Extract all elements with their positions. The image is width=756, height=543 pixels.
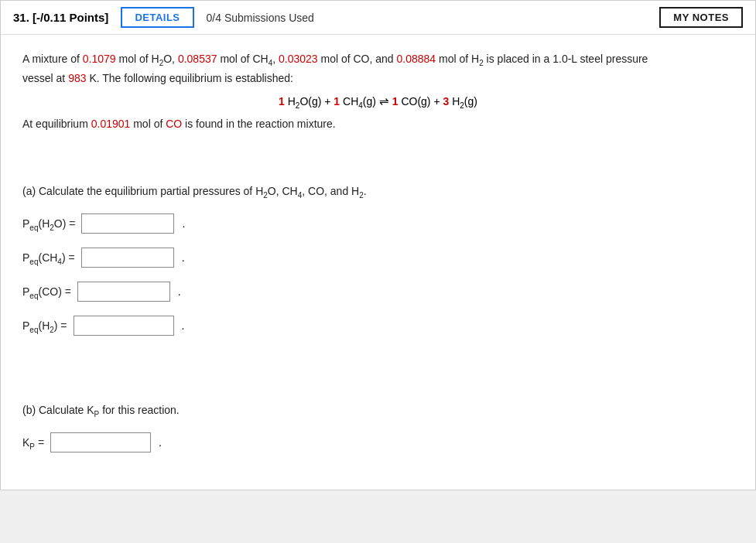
ch4-mol: 0.08537 bbox=[178, 53, 217, 65]
h2o-label: Peq(H2O) = bbox=[22, 217, 75, 232]
part-b-question: (b) Calculate KP for this reaction. bbox=[22, 404, 734, 418]
h2-answer-input[interactable] bbox=[74, 316, 174, 336]
co-label: CO bbox=[166, 118, 182, 130]
header-bar: 31. [-/0.11 Points] DETAILS 0/4 Submissi… bbox=[1, 1, 755, 35]
h2-input-row: Peq(H2) = . bbox=[22, 316, 734, 336]
ch4-dot: . bbox=[182, 251, 185, 264]
kp-answer-input[interactable] bbox=[50, 432, 151, 452]
h2-dot: . bbox=[182, 319, 185, 332]
page-container: 31. [-/0.11 Points] DETAILS 0/4 Submissi… bbox=[0, 0, 756, 490]
kp-input-row: KP = . bbox=[22, 432, 734, 452]
h2-label: Peq(H2) = bbox=[22, 319, 67, 334]
ch4-label: Peq(CH4) = bbox=[22, 251, 75, 266]
co-label: Peq(CO) = bbox=[22, 285, 71, 300]
h2-mol: 0.08884 bbox=[397, 53, 436, 65]
h2o-answer-input[interactable] bbox=[81, 213, 174, 234]
eq-co-mol: 0.01901 bbox=[91, 118, 131, 130]
ch4-answer-input[interactable] bbox=[81, 248, 174, 268]
h2o-mol: 0.1079 bbox=[83, 53, 116, 65]
ch4-input-row: Peq(CH4) = . bbox=[22, 248, 734, 268]
temp: 983 bbox=[68, 72, 86, 84]
co-mol: 0.03023 bbox=[279, 53, 318, 65]
submissions-text: 0/4 Submissions Used bbox=[207, 12, 648, 24]
details-button[interactable]: DETAILS bbox=[121, 7, 193, 28]
co-input-row: Peq(CO) = . bbox=[22, 282, 734, 302]
h2o-dot: . bbox=[182, 217, 185, 230]
problem-statement: A mixture of 0.1079 mol of H2O, 0.08537 … bbox=[22, 50, 734, 88]
my-notes-button[interactable]: MY NOTES bbox=[659, 7, 743, 28]
co-dot: . bbox=[178, 285, 181, 298]
equilibrium-note: At equilibrium 0.01901 mol of CO is foun… bbox=[22, 115, 734, 134]
equilibrium-equation: 1 H2O(g) + 1 CH4(g) ⇌ 1 CO(g) + 3 H2(g) bbox=[22, 94, 734, 110]
kp-dot: . bbox=[159, 436, 162, 449]
part-a-question: (a) Calculate the equilibrium partial pr… bbox=[22, 185, 734, 200]
h2o-input-row: Peq(H2O) = . bbox=[22, 213, 734, 234]
kp-label: KP = bbox=[22, 436, 44, 451]
content-area: A mixture of 0.1079 mol of H2O, 0.08537 … bbox=[1, 35, 755, 490]
co-answer-input[interactable] bbox=[77, 282, 170, 302]
problem-label: 31. [-/0.11 Points] bbox=[13, 11, 108, 24]
